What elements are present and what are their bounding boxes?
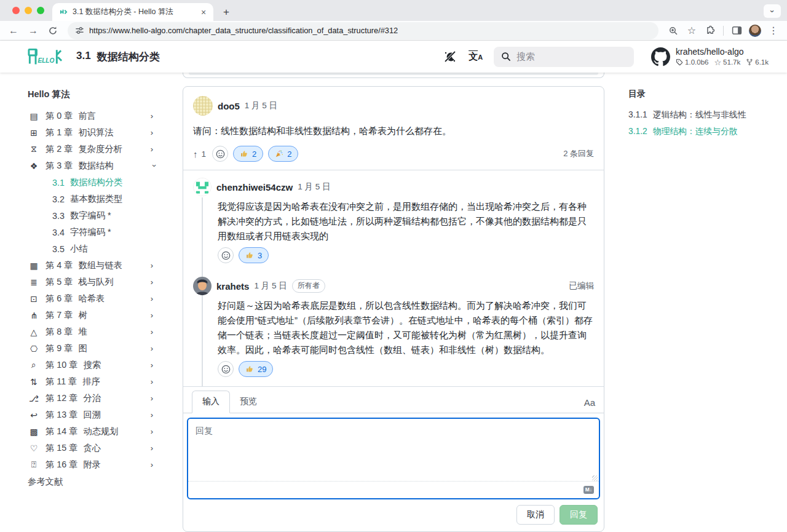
comment-author[interactable]: krahets xyxy=(216,281,249,292)
bookmark-button[interactable]: ☆ xyxy=(683,22,700,39)
github-icon xyxy=(651,47,670,66)
sidebar-item[interactable]: ⍰ 第 16 章 附录 › xyxy=(28,456,162,473)
sidebar-item-label: 堆 xyxy=(79,326,87,338)
chapter-icon: ▤ xyxy=(28,111,40,121)
sidebar-item[interactable]: ⌕ 第 10 章 搜索 › xyxy=(28,357,162,373)
toc-item[interactable]: 3.1.1 逻辑结构：线性与非线性 xyxy=(628,106,782,123)
chevron-right-icon: › xyxy=(151,277,162,287)
tab-preview[interactable]: 预览 xyxy=(230,391,267,413)
sidebar-item[interactable]: ≣ 第 5 章 栈与队列 › xyxy=(28,274,162,290)
extensions-button[interactable] xyxy=(702,22,719,39)
toc-item[interactable]: 3.1.2 物理结构：连续与分散 xyxy=(628,123,782,140)
cancel-button[interactable]: 取消 xyxy=(516,505,555,525)
comment-author[interactable]: chenzhiwei54czw xyxy=(216,182,293,193)
sidebar-item-label: 小结 xyxy=(70,243,88,255)
page-title-number: 3.1 xyxy=(76,50,91,64)
sidebar-item-number: 3.3 xyxy=(52,211,65,221)
add-reaction-button[interactable] xyxy=(218,361,234,377)
sidebar-item-number: 第 3 章 xyxy=(45,160,73,172)
reaction-pill-party-popper[interactable]: 2 xyxy=(268,146,298,162)
tab-write[interactable]: 输入 xyxy=(192,391,230,413)
reaction-pill-thumbs-up[interactable]: 29 xyxy=(239,361,273,377)
address-bar[interactable]: https://www.hello-algo.com/chapter_data_… xyxy=(68,22,658,39)
sidebar-item[interactable]: 3.1 数据结构分类 xyxy=(28,174,162,191)
sidebar-item[interactable]: ↩ 第 13 章 回溯 › xyxy=(28,407,162,423)
minimize-window-button[interactable] xyxy=(25,7,32,14)
sidebar-item[interactable]: 3.4 字符编码 * xyxy=(28,224,162,240)
sidebar-item[interactable]: 3.2 基本数据类型 xyxy=(28,191,162,207)
sidebar-item[interactable]: ▩ 第 14 章 动态规划 › xyxy=(28,423,162,440)
comment-body: 好问题～这因为哈希表底层是数组，所以包含线性数据结构。而为了解决哈希冲突，我们可… xyxy=(218,298,594,357)
sidebar-item-number: 第 0 章 xyxy=(45,110,73,122)
page-title: 3.1 数据结构分类 xyxy=(76,50,160,64)
reply-editor: 输入 预览 Aa 回复 M↓ 取消 回复 xyxy=(183,386,604,528)
sidebar-item[interactable]: ⊡ 第 6 章 哈希表 › xyxy=(28,290,162,307)
sidebar-item[interactable]: 3.3 数字编码 * xyxy=(28,207,162,224)
back-button[interactable]: ← xyxy=(5,22,22,39)
browser-tab[interactable]: 3.1 数据结构分类 - Hello 算法 × xyxy=(52,3,213,21)
sidebar-item[interactable]: ⊞ 第 1 章 初识算法 › xyxy=(28,124,162,141)
tab-close-icon[interactable]: × xyxy=(199,7,208,17)
url-text: https://www.hello-algo.com/chapter_data_… xyxy=(89,26,398,35)
chapter-icon: ▩ xyxy=(28,427,40,437)
sidebar-item[interactable]: ⎇ 第 12 章 分治 › xyxy=(28,390,162,407)
sidebar-item[interactable]: ⋔ 第 7 章 树 › xyxy=(28,307,162,324)
chevron-down-icon: › xyxy=(768,10,777,12)
sidebar-item-label: 复杂度分析 xyxy=(79,143,122,155)
site-controls-icon[interactable] xyxy=(75,26,84,35)
sidebar-item[interactable]: ♡ 第 15 章 贪心 › xyxy=(28,440,162,456)
sidebar-item[interactable]: ⇅ 第 11 章 排序 › xyxy=(28,373,162,390)
sidebar-item[interactable]: △ 第 8 章 堆 › xyxy=(28,324,162,340)
add-reaction-button[interactable] xyxy=(212,146,228,162)
sidebar-item-number: 第 8 章 xyxy=(45,326,73,338)
avatar[interactable] xyxy=(193,178,212,196)
toc-item-number: 3.1.2 xyxy=(628,127,647,136)
window-controls[interactable] xyxy=(12,7,44,14)
zoom-window-button[interactable] xyxy=(37,7,44,14)
theme-toggle-icon[interactable] xyxy=(443,49,457,64)
profile-button[interactable] xyxy=(746,22,764,39)
avatar[interactable] xyxy=(193,277,212,295)
reload-button[interactable] xyxy=(44,22,61,39)
sidebar-item[interactable]: ❖ 第 3 章 数据结构 › xyxy=(28,157,162,174)
tab-search-button[interactable]: › xyxy=(764,4,781,18)
reply-submit-button[interactable]: 回复 xyxy=(560,505,598,525)
markdown-icon[interactable]: M↓ xyxy=(583,486,594,494)
sidebar-item[interactable]: ▤ 第 0 章 前言 › xyxy=(28,108,162,124)
reply-textarea[interactable]: 回复 M↓ xyxy=(187,418,600,499)
reaction-pill-thumbs-up[interactable]: 2 xyxy=(233,146,263,162)
sidebar-item-references[interactable]: 参考文献 xyxy=(28,474,162,490)
search-input[interactable]: 搜索 xyxy=(494,47,634,67)
side-panel-button[interactable] xyxy=(728,22,745,39)
browser-menu-button[interactable]: ⋮ xyxy=(765,22,782,39)
resize-handle[interactable] xyxy=(592,475,598,481)
sidebar-item[interactable]: ▦ 第 4 章 数组与链表 › xyxy=(28,257,162,274)
sidebar-item-number: 第 16 章 xyxy=(45,459,77,470)
github-repo-link[interactable]: krahets/hello-algo 1.0.0b6 ☆ 51.7k xyxy=(651,47,769,67)
reaction-pill-thumbs-up[interactable]: 3 xyxy=(239,247,269,263)
zoom-button[interactable] xyxy=(665,22,682,39)
chevron-right-icon: › xyxy=(151,327,162,336)
add-reaction-button[interactable] xyxy=(218,247,234,263)
translate-icon[interactable]: 文A xyxy=(469,51,483,63)
sidebar-item[interactable]: 3.5 小结 xyxy=(28,240,162,257)
comment-date[interactable]: 1 月 5 日 xyxy=(245,100,277,111)
replies-count-label: 2 条回复 xyxy=(563,148,594,159)
chapter-icon: ⊞ xyxy=(28,128,40,138)
sidebar-item[interactable]: ⧖ 第 2 章 复杂度分析 › xyxy=(28,141,162,157)
forward-button[interactable]: → xyxy=(25,22,42,39)
close-window-button[interactable] xyxy=(12,7,20,14)
sidebar-item[interactable]: ⎔ 第 9 章 图 › xyxy=(28,340,162,357)
star-icon: ☆ xyxy=(714,58,721,67)
site-header: ELLO 3.1 数据结构分类 文A 搜索 krahets/he xyxy=(0,41,787,73)
hello-algo-logo[interactable]: ELLO xyxy=(27,47,63,66)
avatar[interactable] xyxy=(193,96,213,116)
chevron-right-icon: › xyxy=(151,294,162,303)
comment-date[interactable]: 1 月 5 日 xyxy=(254,280,287,292)
sidebar-site-title: Hello 算法 xyxy=(28,89,162,100)
comment-date[interactable]: 1 月 5 日 xyxy=(298,181,330,193)
upvote-button[interactable]: ↑ 1 xyxy=(193,149,206,159)
text-format-icon[interactable]: Aa xyxy=(584,397,595,413)
comment-author[interactable]: doo5 xyxy=(218,101,240,111)
new-tab-button[interactable]: + xyxy=(218,4,234,20)
